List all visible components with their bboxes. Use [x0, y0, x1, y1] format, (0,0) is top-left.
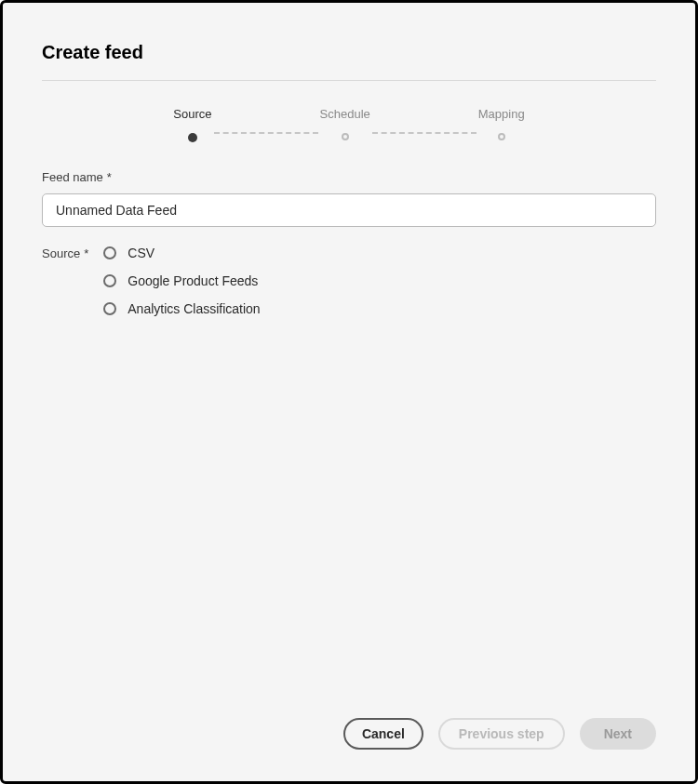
- step-source[interactable]: Source: [173, 107, 211, 142]
- step-connector: [214, 132, 318, 134]
- next-button[interactable]: Next: [580, 718, 656, 750]
- source-option-google[interactable]: Google Product Feeds: [103, 273, 260, 288]
- required-mark-icon: *: [84, 246, 88, 260]
- source-label: Source: [42, 246, 80, 260]
- source-field: Source * CSV Google Product Feeds Analyt…: [42, 246, 656, 316]
- step-connector: [372, 132, 477, 134]
- step-dot-icon: [342, 133, 349, 140]
- step-dot-icon: [498, 133, 505, 140]
- radio-icon: [103, 246, 116, 259]
- radio-label: Analytics Classification: [128, 301, 260, 316]
- divider: [42, 80, 656, 81]
- step-label: Mapping: [478, 107, 525, 124]
- footer-buttons: Cancel Previous step Next: [42, 718, 656, 755]
- radio-label: CSV: [128, 246, 154, 260]
- source-option-analytics[interactable]: Analytics Classification: [103, 301, 260, 316]
- step-schedule: Schedule: [320, 107, 370, 140]
- source-radio-group: CSV Google Product Feeds Analytics Class…: [103, 246, 260, 316]
- radio-icon: [103, 274, 116, 287]
- feed-name-field: Feed name *: [42, 170, 656, 227]
- source-option-csv[interactable]: CSV: [103, 246, 260, 260]
- feed-name-input[interactable]: [42, 193, 656, 227]
- step-label: Source: [173, 107, 211, 124]
- feed-name-label: Feed name: [42, 170, 103, 184]
- step-label: Schedule: [320, 107, 370, 124]
- required-mark-icon: *: [107, 170, 112, 184]
- stepper: Source Schedule Mapping: [42, 107, 656, 142]
- radio-icon: [103, 302, 116, 315]
- cancel-button[interactable]: Cancel: [343, 718, 423, 750]
- page-title: Create feed: [42, 42, 656, 63]
- previous-step-button[interactable]: Previous step: [438, 718, 565, 750]
- step-mapping: Mapping: [478, 107, 525, 140]
- radio-label: Google Product Feeds: [128, 273, 258, 288]
- step-dot-active-icon: [188, 133, 197, 142]
